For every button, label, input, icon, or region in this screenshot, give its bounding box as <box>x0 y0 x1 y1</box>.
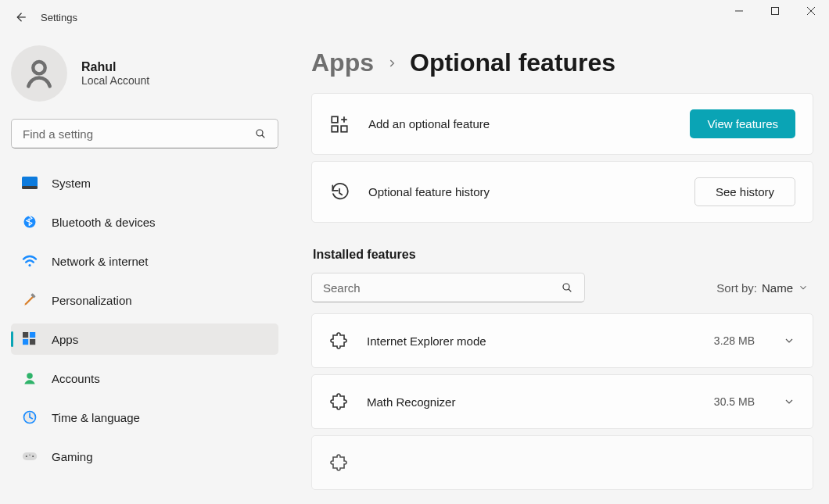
profile-block[interactable]: Rahul Local Account <box>11 41 278 119</box>
maximize-icon <box>770 6 780 16</box>
svg-point-20 <box>32 456 34 457</box>
sidebar-item-network[interactable]: Network & internet <box>11 245 278 277</box>
svg-rect-24 <box>341 126 347 132</box>
chevron-down-icon <box>783 334 795 347</box>
view-features-button[interactable]: View features <box>690 109 795 138</box>
sidebar-item-apps[interactable]: Apps <box>11 323 278 355</box>
svg-point-10 <box>28 264 31 266</box>
filter-row: Sort by: Name <box>311 273 813 302</box>
close-button[interactable] <box>793 0 829 22</box>
feature-name: Internet Explorer mode <box>367 334 486 348</box>
avatar <box>11 45 67 102</box>
settings-window: Settings Rahul Local Account <box>0 0 829 504</box>
paintbrush-icon <box>22 292 38 308</box>
clock-globe-icon <box>22 409 38 425</box>
profile-subtitle: Local Account <box>81 74 149 87</box>
sidebar-item-label: Accounts <box>52 372 100 385</box>
svg-rect-7 <box>22 177 38 188</box>
close-icon <box>806 6 816 16</box>
chevron-right-icon <box>386 58 397 69</box>
chevron-down-icon <box>783 395 795 408</box>
feature-history-card: Optional feature history See history <box>311 161 813 223</box>
profile-name: Rahul <box>81 60 149 74</box>
svg-rect-14 <box>23 339 28 345</box>
find-setting-search[interactable] <box>11 119 278 148</box>
add-feature-card: Add an optional feature View features <box>311 93 813 155</box>
svg-rect-23 <box>332 126 338 132</box>
puzzle-icon <box>329 453 348 472</box>
svg-rect-13 <box>30 332 35 338</box>
svg-rect-1 <box>772 8 779 15</box>
sidebar-item-personalization[interactable]: Personalization <box>11 284 278 316</box>
search-icon <box>561 281 573 294</box>
maximize-button[interactable] <box>757 0 793 22</box>
minimize-icon <box>734 6 744 16</box>
sidebar-item-system[interactable]: System <box>11 167 278 198</box>
svg-point-16 <box>27 373 33 379</box>
sort-value: Name <box>762 281 793 295</box>
sidebar-item-time-language[interactable]: Time & language <box>11 402 278 433</box>
apps-icon <box>22 331 38 347</box>
chevron-down-icon <box>798 282 809 293</box>
puzzle-icon <box>329 392 348 411</box>
installed-search[interactable] <box>311 273 585 302</box>
main-content: Apps Optional features Add an optional f… <box>289 34 829 504</box>
sidebar-item-accounts[interactable]: Accounts <box>11 363 278 394</box>
svg-point-4 <box>33 62 45 73</box>
search-icon <box>254 127 267 140</box>
see-history-button[interactable]: See history <box>694 177 795 206</box>
nav-list: System Bluetooth & devices Network & int… <box>11 167 278 472</box>
svg-rect-12 <box>23 332 28 338</box>
window-title: Settings <box>41 12 77 23</box>
sidebar-item-label: Bluetooth & devices <box>52 216 156 229</box>
account-icon <box>22 370 38 386</box>
person-icon <box>22 56 56 91</box>
apps-add-icon <box>329 114 350 134</box>
svg-rect-22 <box>332 116 338 123</box>
svg-point-5 <box>257 130 263 136</box>
svg-rect-8 <box>22 186 38 189</box>
add-feature-label: Add an optional feature <box>368 117 490 130</box>
svg-line-6 <box>262 135 264 138</box>
sort-label: Sort by: <box>716 281 757 295</box>
display-icon <box>22 175 38 191</box>
svg-line-26 <box>569 289 571 291</box>
sidebar: Rahul Local Account System <box>0 34 289 504</box>
sidebar-item-gaming[interactable]: Gaming <box>11 441 278 472</box>
breadcrumb-root[interactable]: Apps <box>311 48 374 77</box>
svg-point-19 <box>26 456 27 457</box>
sidebar-item-label: Network & internet <box>52 255 148 268</box>
sidebar-item-label: Time & language <box>52 411 140 424</box>
minimize-button[interactable] <box>721 0 757 22</box>
svg-rect-18 <box>23 452 37 460</box>
history-label: Optional feature history <box>368 185 490 198</box>
svg-rect-15 <box>30 339 35 345</box>
gamepad-icon <box>22 449 38 464</box>
svg-point-21 <box>29 455 31 456</box>
sidebar-item-bluetooth[interactable]: Bluetooth & devices <box>11 206 278 238</box>
back-button[interactable] <box>6 3 34 31</box>
svg-point-25 <box>563 284 569 290</box>
sidebar-item-label: Personalization <box>52 294 132 307</box>
feature-row[interactable]: Internet Explorer mode 3.28 MB <box>311 313 813 368</box>
sort-dropdown[interactable]: Sort by: Name <box>716 281 813 295</box>
wifi-icon <box>22 253 38 269</box>
sidebar-item-label: Gaming <box>52 450 93 463</box>
feature-name: Math Recognizer <box>367 395 455 409</box>
puzzle-icon <box>329 331 348 350</box>
sidebar-item-label: System <box>52 177 91 190</box>
page-title: Optional features <box>410 48 615 77</box>
sidebar-item-label: Apps <box>52 333 78 346</box>
find-setting-input[interactable] <box>23 127 254 141</box>
feature-size: 30.5 MB <box>714 395 755 408</box>
feature-row[interactable] <box>311 435 813 490</box>
back-arrow-icon <box>13 10 27 24</box>
bluetooth-icon <box>22 214 38 230</box>
installed-search-input[interactable] <box>323 281 561 295</box>
breadcrumb: Apps Optional features <box>311 48 813 77</box>
installed-heading: Installed features <box>313 248 813 262</box>
feature-size: 3.28 MB <box>714 334 755 347</box>
history-icon <box>329 182 350 202</box>
feature-row[interactable]: Math Recognizer 30.5 MB <box>311 374 813 429</box>
titlebar: Settings <box>0 0 829 34</box>
